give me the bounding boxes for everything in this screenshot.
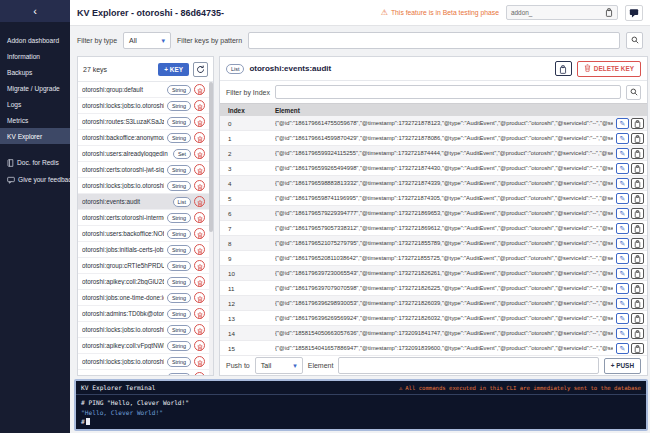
key-row[interactable]: otoroshi:jobs:one-time-done:io.otoroshi.… — [78, 290, 213, 306]
copy-icon[interactable] — [605, 8, 613, 17]
copy-element-button[interactable] — [631, 118, 644, 129]
row-actions: ✎ — [613, 238, 647, 249]
delete-key-row-button[interactable] — [194, 84, 205, 95]
copy-element-button[interactable] — [631, 193, 644, 204]
edit-element-button[interactable]: ✎ — [616, 148, 629, 159]
delete-key-row-button[interactable] — [194, 260, 205, 271]
terminal-prompt[interactable]: # — [81, 417, 641, 427]
key-row[interactable]: otoroshi:jobs:initials-certs-job:wildcar… — [78, 242, 213, 258]
copy-element-button[interactable] — [631, 268, 644, 279]
copy-element-button[interactable] — [631, 283, 644, 294]
key-row[interactable]: otoroshi:users:backoffice:NObbFwWEXWAW..… — [78, 226, 213, 242]
edit-element-button[interactable]: ✎ — [616, 208, 629, 219]
delete-key-row-button[interactable] — [194, 116, 205, 127]
delete-key-row-button[interactable] — [194, 372, 205, 375]
copy-element-button[interactable] — [631, 133, 644, 144]
edit-element-button[interactable]: ✎ — [616, 163, 629, 174]
copy-element-button[interactable] — [631, 208, 644, 219]
key-row[interactable]: otoroshi:backoffice:anonymous-reporting-… — [78, 130, 213, 146]
delete-key-row-button[interactable] — [194, 308, 205, 319]
copy-element-button[interactable] — [631, 178, 644, 189]
delete-key-row-button[interactable] — [194, 276, 205, 287]
copy-element-button[interactable] — [631, 223, 644, 234]
kv-explorer-terminal[interactable]: KV Explorer Terminal ⚠ All commands exec… — [74, 379, 648, 431]
key-row[interactable]: otoroshi:apikey:coll:2bgGiU26Ccdt7RZe St… — [78, 274, 213, 290]
sidebar-item-doc-for-redis[interactable]: Doc. for Redis — [0, 154, 70, 171]
key-row[interactable]: otoroshi:group:cRTIe5hPRDUfLgeT String — [78, 258, 213, 274]
key-row[interactable]: otoroshi:locks:jobs:io.otoroshi.plugins.… — [78, 322, 213, 338]
push-button[interactable]: + PUSH — [604, 358, 641, 374]
key-row[interactable]: otoroshi:apikey:coll:vFpgtNWhAKJpGK1 Str… — [78, 338, 213, 354]
filter-pattern-input[interactable] — [248, 32, 620, 49]
push-position-select[interactable]: Tail ▾ — [255, 357, 303, 374]
edit-element-button[interactable]: ✎ — [616, 343, 629, 354]
chat-button[interactable] — [625, 5, 643, 21]
search-button[interactable] — [626, 32, 643, 49]
key-row[interactable]: otoroshi:apikey:coll: String — [78, 370, 213, 375]
refresh-button[interactable] — [193, 62, 208, 77]
key-row[interactable]: otoroshi:routes:S3LuzaKSaJztGzPF String — [78, 114, 213, 130]
index-filter-input[interactable] — [275, 85, 621, 99]
key-row[interactable]: otoroshi:group:default String — [78, 82, 213, 98]
delete-key-row-button[interactable] — [194, 212, 205, 223]
edit-element-button[interactable]: ✎ — [616, 268, 629, 279]
filter-type-select[interactable]: All ▾ — [123, 32, 171, 49]
sidebar-item-logs[interactable]: Logs — [0, 96, 70, 112]
copy-element-button[interactable] — [631, 163, 644, 174]
edit-element-button[interactable]: ✎ — [616, 298, 629, 309]
edit-element-button[interactable]: ✎ — [616, 313, 629, 324]
terminal-body[interactable]: # PING "Hello, Clever World!" "Hello, Cl… — [76, 395, 646, 430]
addon-id-field[interactable]: addon_ — [506, 5, 618, 20]
edit-element-button[interactable]: ✎ — [616, 283, 629, 294]
push-element-input[interactable] — [338, 357, 598, 374]
delete-key-row-button[interactable] — [194, 164, 205, 175]
sidebar-item-kv-explorer[interactable]: KV Explorer — [0, 128, 70, 144]
sidebar-item-backups[interactable]: Backups — [0, 64, 70, 80]
copy-element-button[interactable] — [631, 343, 644, 354]
index-search-button[interactable] — [626, 85, 641, 100]
key-row[interactable]: otoroshi:certs:otoroshi-intermediate-ca … — [78, 210, 213, 226]
copy-element-button[interactable] — [631, 298, 644, 309]
copy-element-button[interactable] — [631, 328, 644, 339]
key-row[interactable]: otoroshi:users:alreadyloggedin Set — [78, 146, 213, 162]
key-row[interactable]: otoroshi:locks:jobs:io.otoroshi.core.job… — [78, 354, 213, 370]
edit-element-button[interactable]: ✎ — [616, 223, 629, 234]
copy-element-button[interactable] — [631, 238, 644, 249]
delete-key-row-button[interactable] — [194, 100, 205, 111]
delete-key-row-button[interactable] — [194, 228, 205, 239]
delete-key-row-button[interactable] — [194, 340, 205, 351]
delete-key-row-button[interactable] — [194, 132, 205, 143]
edit-element-button[interactable]: ✎ — [616, 253, 629, 264]
delete-key-row-button[interactable] — [194, 356, 205, 367]
delete-key-row-button[interactable] — [194, 148, 205, 159]
sidebar-item-migrate-upgrade[interactable]: Migrate / Upgrade — [0, 80, 70, 96]
sidebar-item-addon-dashboard[interactable]: Addon dashboard — [0, 32, 70, 48]
delete-key-row-button[interactable] — [194, 324, 205, 335]
edit-element-button[interactable]: ✎ — [616, 118, 629, 129]
delete-key-button[interactable]: DELETE KEY — [577, 61, 641, 77]
edit-element-button[interactable]: ✎ — [616, 133, 629, 144]
keys-scrollbar-thumb[interactable] — [209, 82, 213, 232]
key-row[interactable]: otoroshi:admins:TD0bk@otoroshi.io String — [78, 306, 213, 322]
key-row[interactable]: otoroshi:events:audit List — [78, 194, 213, 210]
delete-key-row-button[interactable] — [194, 180, 205, 191]
edit-element-button[interactable]: ✎ — [616, 328, 629, 339]
key-row[interactable]: otoroshi:certs:otoroshi-jwt-signing Stri… — [78, 162, 213, 178]
edit-element-button[interactable]: ✎ — [616, 238, 629, 249]
edit-element-button[interactable]: ✎ — [616, 178, 629, 189]
copy-element-button[interactable] — [631, 148, 644, 159]
delete-key-row-button[interactable] — [194, 196, 205, 207]
copy-element-button[interactable] — [631, 313, 644, 324]
copy-element-button[interactable] — [631, 253, 644, 264]
delete-key-row-button[interactable] — [194, 292, 205, 303]
sidebar-collapse-button[interactable]: ‹ — [0, 0, 70, 22]
sidebar-item-give-feedback[interactable]: Give your feedback — [0, 171, 70, 188]
sidebar-item-information[interactable]: Information — [0, 48, 70, 64]
add-key-button[interactable]: + KEY — [158, 63, 189, 76]
key-row[interactable]: otoroshi:locks:jobs:io.otoroshi.core.job… — [78, 178, 213, 194]
edit-element-button[interactable]: ✎ — [616, 193, 629, 204]
delete-key-row-button[interactable] — [194, 244, 205, 255]
sidebar-item-metrics[interactable]: Metrics — [0, 112, 70, 128]
key-row[interactable]: otoroshi:locks:jobs:io.otoroshi.core.hea… — [78, 98, 213, 114]
copy-key-button[interactable] — [555, 61, 572, 76]
